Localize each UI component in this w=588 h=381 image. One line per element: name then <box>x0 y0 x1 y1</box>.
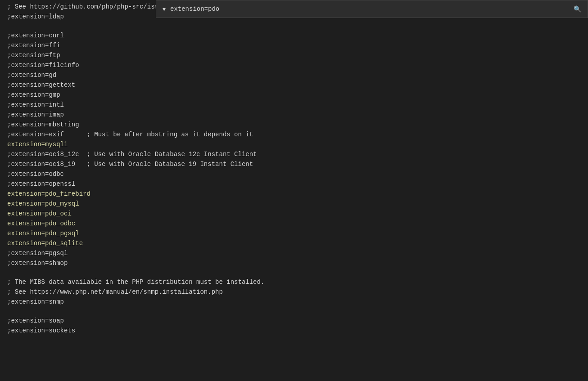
code-line: extension=pdo_pgsql <box>0 229 588 238</box>
code-line: extension=pdo_mysql <box>0 199 588 209</box>
code-line <box>0 268 588 277</box>
code-line: ;extension=gmp <box>0 90 588 100</box>
code-line: ;extension=ftp <box>0 50 588 60</box>
search-icon: 🔍 <box>574 5 581 13</box>
search-widget: ▾ 🔍 <box>156 0 588 18</box>
code-line: ;extension=soap <box>0 316 588 326</box>
code-line: ;extension=gettext <box>0 80 588 90</box>
chevron-down-button[interactable]: ▾ <box>160 4 168 13</box>
code-line: ;extension=sockets <box>0 326 588 336</box>
code-line: ;extension=exif ; Must be after mbstring… <box>0 130 588 139</box>
code-line: ;extension=ffi <box>0 40 588 50</box>
code-line: ;extension=shmop <box>0 258 588 268</box>
code-line: extension=pdo_firebird <box>0 189 588 199</box>
code-line: ;extension=oci8_19 ; Use with Oracle Dat… <box>0 159 588 169</box>
code-line: ;extension=oci8_12c ; Use with Oracle Da… <box>0 149 588 159</box>
code-line <box>0 22 588 31</box>
search-button[interactable]: 🔍 <box>571 4 584 13</box>
code-line: ;extension=imap <box>0 110 588 120</box>
code-line: extension=pdo_oci <box>0 209 588 219</box>
code-line: ;extension=fileinfo <box>0 60 588 70</box>
code-line: ;extension=gd <box>0 70 588 80</box>
code-line: ;extension=odbc <box>0 169 588 179</box>
code-line: extension=mysqli <box>0 139 588 149</box>
code-line: extension=pdo_odbc <box>0 219 588 229</box>
chevron-down-icon: ▾ <box>163 5 166 13</box>
code-line: ;extension=intl <box>0 100 588 110</box>
code-line: ;extension=pgsql <box>0 248 588 258</box>
code-line: ;extension=openssl <box>0 179 588 189</box>
code-line <box>0 307 588 316</box>
code-line: ;extension=snmp <box>0 297 588 307</box>
code-line: ;extension=curl <box>0 31 588 40</box>
code-line: ; See https://www.php.net/manual/en/snmp… <box>0 287 588 297</box>
code-content: ; See https://github.com/php/php-src/iss… <box>0 2 588 336</box>
editor-container: ▾ 🔍 ; See https://github.com/php/php-src… <box>0 0 588 381</box>
code-line: ;extension=mbstring <box>0 120 588 130</box>
search-input[interactable] <box>170 5 571 13</box>
code-line: ; The MIBS data available in the PHP dis… <box>0 277 588 287</box>
code-line: extension=pdo_sqlite <box>0 238 588 248</box>
